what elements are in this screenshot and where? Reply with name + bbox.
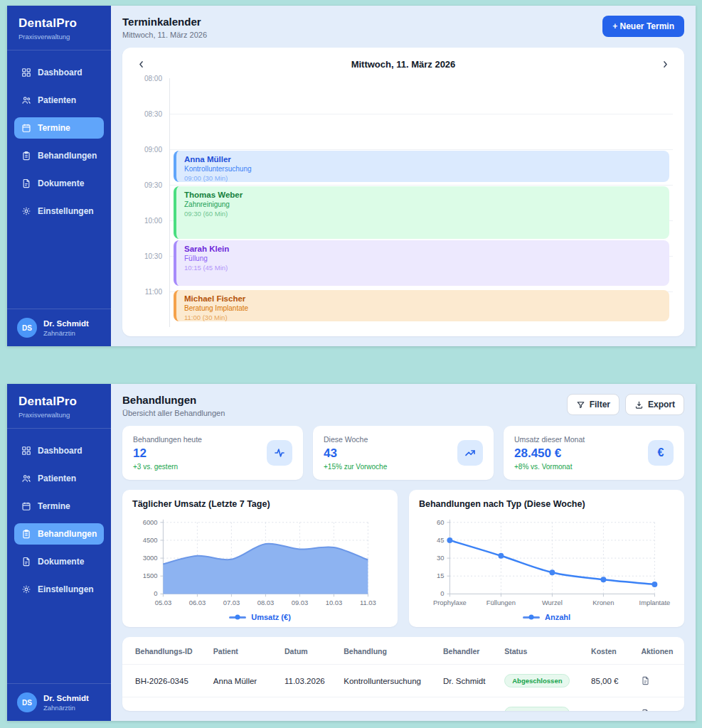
cell-treatment-id: BH-2026-0344 (122, 697, 206, 712)
appointment-patient: Sarah Klein (184, 245, 661, 253)
app-logo: DentalPro Praxisverwaltung (7, 384, 111, 429)
document-icon (641, 676, 650, 685)
table-row[interactable]: BH-2026-0344 Peter Schmidt 11.03.2026 Fü… (122, 697, 684, 712)
activity-icon (267, 440, 292, 466)
events-column: Anna Müller Kontrolluntersuchung 09:00 (… (169, 78, 673, 327)
page-subtitle: Übersicht aller Behandlungen (122, 409, 225, 417)
daily-revenue-chart-card: Täglicher Umsatz (Letzte 7 Tage) 0150030… (122, 490, 398, 627)
svg-text:Prophylaxe: Prophylaxe (433, 599, 467, 606)
svg-text:11.03: 11.03 (360, 599, 376, 606)
sidebar-item-label: Einstellungen (38, 206, 94, 216)
calendar-icon (21, 501, 31, 511)
table-row[interactable]: BH-2026-0345 Anna Müller 11.03.2026 Kont… (122, 665, 684, 697)
stat-value: 28.450 € (514, 446, 585, 461)
sidebar: DentalPro Praxisverwaltung Dashboard Pat… (7, 6, 111, 346)
sidebar-item-label: Dokumente (38, 557, 84, 567)
appointment-anna-mueller[interactable]: Anna Müller Kontrolluntersuchung 09:00 (… (174, 151, 669, 182)
row-document-button[interactable] (641, 676, 650, 685)
export-button[interactable]: Export (625, 394, 684, 415)
clipboard-icon (21, 151, 31, 161)
table-header-row: Behandlungs-ID Patient Datum Behandlung … (122, 637, 684, 665)
svg-text:06.03: 06.03 (189, 599, 206, 606)
sidebar-item-label: Behandlungen (38, 151, 97, 161)
user-profile[interactable]: DS Dr. Schmidt Zahnärztin (7, 683, 111, 721)
sidebar-item-dokumente[interactable]: Dokumente (14, 173, 104, 194)
appointment-sarah-klein[interactable]: Sarah Klein Füllung 10:15 (45 Min) (174, 240, 669, 286)
stat-delta: +3 vs. gestern (133, 463, 202, 471)
svg-text:Füllungen: Füllungen (486, 599, 516, 606)
chevron-right-icon (661, 60, 670, 69)
next-day-button[interactable] (661, 60, 670, 69)
app-name: DentalPro (18, 16, 100, 31)
stat-value: 12 (133, 446, 202, 461)
daily-revenue-area-chart: 0150030004500600005.0306.0307.0308.0309.… (132, 515, 388, 610)
prev-day-button[interactable] (137, 60, 146, 69)
export-label: Export (648, 400, 675, 410)
appointment-treatment: Zahnreinigung (184, 200, 661, 208)
svg-text:4500: 4500 (143, 537, 158, 544)
treatments-screen: DentalPro Praxisverwaltung Dashboard Pat… (7, 384, 696, 721)
grid-line (170, 185, 673, 186)
cell-treatment: Kontrolluntersuchung (336, 665, 436, 697)
download-icon (634, 400, 644, 410)
cell-patient: Anna Müller (206, 665, 277, 697)
calendar-grid: 08:00 08:30 09:00 09:30 10:00 10:30 11:0… (134, 78, 673, 327)
sidebar-nav: Dashboard Patienten Termine Behandlungen… (7, 429, 111, 611)
sidebar-item-patienten[interactable]: Patienten (14, 90, 104, 111)
sidebar: DentalPro Praxisverwaltung Dashboard Pat… (7, 384, 111, 721)
svg-text:10.03: 10.03 (326, 599, 342, 606)
time-label: 09:30 (144, 181, 162, 189)
calendar-nav: Mittwoch, 11. März 2026 (134, 56, 673, 78)
chevron-left-icon (137, 60, 146, 69)
sidebar-item-termine[interactable]: Termine (14, 496, 104, 517)
appointment-thomas-weber[interactable]: Thomas Weber Zahnreinigung 09:30 (60 Min… (174, 186, 669, 239)
filter-icon (576, 400, 585, 410)
stat-label: Behandlungen heute (133, 435, 202, 444)
row-document-button[interactable] (641, 709, 650, 711)
treatments-table-card: Behandlungs-ID Patient Datum Behandlung … (122, 637, 684, 711)
appointment-time: 09:00 (30 Min) (184, 174, 661, 182)
patients-icon (21, 473, 31, 483)
svg-text:15: 15 (437, 572, 444, 579)
stat-card-this-week: Diese Woche 43 +15% zur Vorwoche (313, 426, 494, 480)
column-header: Datum (277, 637, 336, 665)
filter-button[interactable]: Filter (567, 394, 619, 415)
sidebar-item-label: Termine (38, 123, 70, 133)
treatments-main: Behandlungen Übersicht aller Behandlunge… (111, 384, 696, 721)
sidebar-item-dashboard[interactable]: Dashboard (14, 440, 104, 461)
stat-card-monthly-revenue: Umsatz dieser Monat 28.450 € +8% vs. Vor… (504, 426, 684, 480)
column-header: Behandler (436, 637, 497, 665)
user-profile[interactable]: DS Dr. Schmidt Zahnärztin (7, 309, 111, 346)
time-gutter: 08:00 08:30 09:00 09:30 10:00 10:30 11:0… (134, 78, 169, 327)
sidebar-item-dashboard[interactable]: Dashboard (14, 62, 104, 83)
sidebar-item-label: Patienten (38, 473, 76, 483)
sidebar-item-dokumente[interactable]: Dokumente (14, 551, 104, 572)
app-logo: DentalPro Praxisverwaltung (7, 6, 111, 50)
sidebar-item-einstellungen[interactable]: Einstellungen (14, 579, 104, 600)
cell-practitioner: Dr. Schmidt (436, 665, 497, 697)
sidebar-item-termine[interactable]: Termine (14, 117, 104, 139)
sidebar-item-einstellungen[interactable]: Einstellungen (14, 200, 104, 222)
svg-text:30: 30 (437, 555, 444, 562)
appointment-michael-fischer[interactable]: Michael Fischer Beratung Implantate 11:0… (174, 290, 669, 321)
appointment-treatment: Beratung Implantate (184, 304, 661, 312)
chart-title: Täglicher Umsatz (Letzte 7 Tage) (132, 499, 388, 509)
sidebar-item-patienten[interactable]: Patienten (14, 468, 104, 489)
user-role: Zahnärztin (43, 329, 89, 337)
sidebar-item-behandlungen[interactable]: Behandlungen (14, 145, 104, 166)
document-icon (21, 557, 31, 567)
sidebar-nav: Dashboard Patienten Termine Behandlungen… (7, 50, 111, 233)
stats-row: Behandlungen heute 12 +3 vs. gestern Die… (122, 426, 684, 480)
legend-marker-icon (523, 616, 540, 619)
page-header: Terminkalender Mittwoch, 11. März 2026 +… (122, 16, 684, 39)
sidebar-item-label: Dashboard (38, 446, 83, 456)
calendar-main: Terminkalender Mittwoch, 11. März 2026 +… (111, 6, 696, 346)
appointment-patient: Anna Müller (184, 155, 661, 164)
sidebar-item-behandlungen[interactable]: Behandlungen (14, 523, 104, 545)
page-header: Behandlungen Übersicht aller Behandlunge… (122, 394, 684, 417)
svg-text:45: 45 (437, 537, 444, 544)
calendar-icon (21, 123, 31, 133)
time-label: 08:30 (144, 110, 162, 118)
time-label: 10:00 (144, 217, 162, 225)
new-appointment-button[interactable]: + Neuer Termin (602, 16, 684, 37)
